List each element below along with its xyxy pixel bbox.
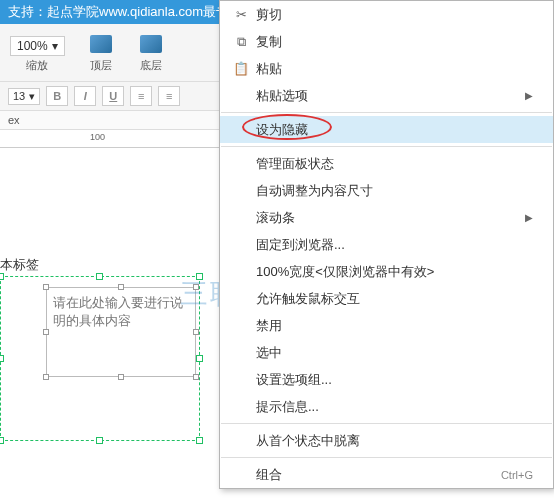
layer-back-icon xyxy=(140,35,162,53)
resize-handle[interactable] xyxy=(43,374,49,380)
chevron-down-icon: ▾ xyxy=(29,90,35,103)
resize-handle[interactable] xyxy=(0,273,4,280)
zoom-label: 缩放 xyxy=(26,58,48,73)
menu-select[interactable]: 选中 xyxy=(220,339,553,366)
menu-separator xyxy=(221,146,552,147)
underline-button[interactable]: U xyxy=(102,86,124,106)
menu-set-hidden[interactable]: 设为隐藏 xyxy=(220,116,553,143)
resize-handle[interactable] xyxy=(193,374,199,380)
submenu-arrow-icon: ▶ xyxy=(525,212,533,223)
menu-allow-mouse[interactable]: 允许触发鼠标交互 xyxy=(220,285,553,312)
menu-group[interactable]: 组合Ctrl+G xyxy=(220,461,553,488)
menu-copy[interactable]: ⧉复制 xyxy=(220,28,553,55)
align-left-button[interactable]: ≡ xyxy=(130,86,152,106)
menu-scrollbar[interactable]: 滚动条▶ xyxy=(220,204,553,231)
submenu-arrow-icon: ▶ xyxy=(525,90,533,101)
ruler-tick: 100 xyxy=(90,132,105,142)
menu-separator xyxy=(221,457,552,458)
italic-button[interactable]: I xyxy=(74,86,96,106)
resize-handle[interactable] xyxy=(196,437,203,444)
send-back-group[interactable]: 底层 xyxy=(137,32,165,73)
menu-width-100[interactable]: 100%宽度<仅限浏览器中有效> xyxy=(220,258,553,285)
text-widget[interactable]: 请在此处输入要进行说明的具体内容 xyxy=(46,287,196,377)
zoom-value: 100% xyxy=(17,39,48,53)
resize-handle[interactable] xyxy=(196,273,203,280)
resize-handle[interactable] xyxy=(118,284,124,290)
menu-separator xyxy=(221,112,552,113)
resize-handle[interactable] xyxy=(96,437,103,444)
bring-front-group[interactable]: 顶层 xyxy=(87,32,115,73)
resize-handle[interactable] xyxy=(43,284,49,290)
zoom-group: 100% ▾ 缩放 xyxy=(10,36,65,73)
menu-detach[interactable]: 从首个状态中脱离 xyxy=(220,427,553,454)
layer-front-icon xyxy=(90,35,112,53)
placeholder-text: 请在此处输入要进行说明的具体内容 xyxy=(53,295,183,328)
menu-disable[interactable]: 禁用 xyxy=(220,312,553,339)
align-center-button[interactable]: ≡ xyxy=(158,86,180,106)
menu-separator xyxy=(221,423,552,424)
bold-button[interactable]: B xyxy=(46,86,68,106)
front-label: 顶层 xyxy=(90,58,112,73)
selection-box[interactable]: 请在此处输入要进行说明的具体内容 xyxy=(0,276,200,441)
scissors-icon: ✂ xyxy=(230,7,252,22)
copy-icon: ⧉ xyxy=(230,34,252,50)
chevron-down-icon: ▾ xyxy=(52,39,58,53)
menu-paste[interactable]: 📋粘贴 xyxy=(220,55,553,82)
resize-handle[interactable] xyxy=(118,374,124,380)
menu-auto-fit[interactable]: 自动调整为内容尺寸 xyxy=(220,177,553,204)
back-label: 底层 xyxy=(140,58,162,73)
context-menu: ✂剪切 ⧉复制 📋粘贴 粘贴选项▶ 设为隐藏 管理面板状态 自动调整为内容尺寸 … xyxy=(219,0,554,489)
resize-handle[interactable] xyxy=(0,355,4,362)
menu-set-option-group[interactable]: 设置选项组... xyxy=(220,366,553,393)
resize-handle[interactable] xyxy=(43,329,49,335)
menu-paste-options[interactable]: 粘贴选项▶ xyxy=(220,82,553,109)
zoom-select[interactable]: 100% ▾ xyxy=(10,36,65,56)
menu-pin-browser[interactable]: 固定到浏览器... xyxy=(220,231,553,258)
resize-handle[interactable] xyxy=(96,273,103,280)
resize-handle[interactable] xyxy=(0,437,4,444)
menu-tooltip[interactable]: 提示信息... xyxy=(220,393,553,420)
font-size-select[interactable]: 13 ▾ xyxy=(8,88,40,105)
clipboard-icon: 📋 xyxy=(230,61,252,76)
menu-manage-panel[interactable]: 管理面板状态 xyxy=(220,150,553,177)
resize-handle[interactable] xyxy=(193,329,199,335)
shortcut-text: Ctrl+G xyxy=(501,469,533,481)
resize-handle[interactable] xyxy=(196,355,203,362)
widget-label: 本标签 xyxy=(0,256,39,274)
resize-handle[interactable] xyxy=(193,284,199,290)
menu-cut[interactable]: ✂剪切 xyxy=(220,1,553,28)
